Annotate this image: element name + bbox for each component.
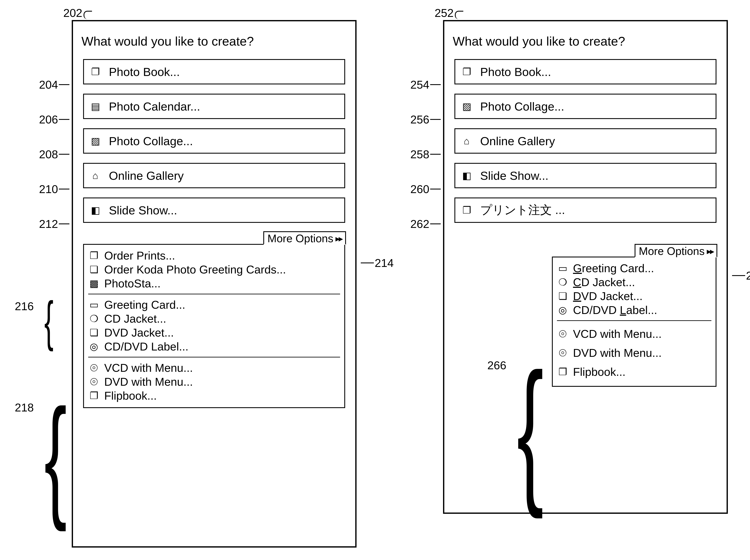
ref-210: 210 bbox=[39, 182, 69, 196]
greeting-card-label: Greeting Card... bbox=[573, 262, 654, 275]
ref-254: 254 bbox=[410, 78, 441, 91]
vcd-menu-icon: ⦾ bbox=[88, 363, 100, 373]
photo-book-button-r[interactable]: ❐ Photo Book... bbox=[454, 59, 716, 84]
ref-258: 258 bbox=[410, 148, 441, 161]
dvd-menu-label: DVD with Menu... bbox=[573, 346, 662, 359]
ref-208: 208 bbox=[39, 148, 69, 161]
cd-jacket-label: CD Jacket... bbox=[104, 312, 166, 325]
ref-266: 266 bbox=[487, 359, 506, 372]
vcd-menu-label: VCD with Menu... bbox=[104, 361, 193, 374]
flipbook-icon: ❐ bbox=[557, 367, 568, 377]
separator bbox=[88, 294, 340, 294]
order-koda-label: Order Koda Photo Greeting Cards... bbox=[104, 263, 286, 276]
greeting-card-icon: ▭ bbox=[557, 263, 568, 273]
photo-book-icon: ❐ bbox=[460, 67, 473, 77]
greeting-card-item[interactable]: ▭ Greeting Card... bbox=[88, 298, 340, 312]
more-options-label: More Options bbox=[267, 232, 333, 245]
more-options-left: More Options ▸▸ ❐ Order Prints... ❏ Orde… bbox=[83, 244, 345, 408]
dvd-menu-icon: ⦾ bbox=[557, 348, 568, 358]
online-gallery-button-r[interactable]: ⌂ Online Gallery bbox=[454, 128, 716, 154]
dvd-jacket-item-r[interactable]: ❏ DVD Jacket... bbox=[557, 289, 711, 303]
dvd-menu-item[interactable]: ⦾ DVD with Menu... bbox=[88, 375, 340, 389]
slide-show-label: Slide Show... bbox=[480, 169, 549, 182]
cddvd-label-icon: ◎ bbox=[557, 305, 568, 315]
ref-204: 204 bbox=[39, 78, 69, 91]
more-options-tab-left[interactable]: More Options ▸▸ bbox=[263, 231, 346, 245]
online-gallery-button[interactable]: ⌂ Online Gallery bbox=[83, 163, 345, 188]
flipbook-icon: ❐ bbox=[88, 391, 100, 400]
slide-show-label: Slide Show... bbox=[109, 203, 177, 217]
photo-collage-icon: ▨ bbox=[89, 136, 102, 146]
slide-show-button[interactable]: ◧ Slide Show... bbox=[83, 198, 345, 223]
ref-262: 262 bbox=[410, 217, 441, 231]
dvd-jacket-icon: ❏ bbox=[557, 291, 568, 301]
cd-jacket-icon: ❍ bbox=[88, 314, 100, 323]
cd-jacket-item-r[interactable]: ❍ CD Jacket... bbox=[557, 275, 711, 289]
panel-right: What would you like to create? ❐ Photo B… bbox=[443, 20, 728, 514]
more-options-right: More Options ▸▸ ▭ Greeting Card... ❍ CD … bbox=[552, 257, 716, 387]
cd-jacket-icon: ❍ bbox=[557, 277, 568, 287]
photosta-label: PhotoSta... bbox=[104, 277, 161, 290]
print-order-icon: ❐ bbox=[460, 205, 473, 215]
order-koda-item[interactable]: ❏ Order Koda Photo Greeting Cards... bbox=[88, 262, 340, 276]
brace-216: { bbox=[44, 302, 53, 340]
vcd-menu-item[interactable]: ⦾ VCD with Menu... bbox=[88, 361, 340, 375]
cddvd-label-item[interactable]: ◎ CD/DVD Label... bbox=[88, 340, 340, 354]
prompt-left: What would you like to create? bbox=[81, 34, 355, 48]
ref-216: 216 bbox=[15, 300, 34, 313]
dvd-jacket-item[interactable]: ❏ DVD Jacket... bbox=[88, 325, 340, 340]
separator bbox=[557, 320, 711, 321]
online-gallery-icon: ⌂ bbox=[460, 136, 473, 146]
ref-260: 260 bbox=[410, 182, 441, 196]
dvd-jacket-icon: ❏ bbox=[88, 328, 100, 337]
dvd-menu-label: DVD with Menu... bbox=[104, 375, 193, 388]
vcd-menu-item-r[interactable]: ⦾ VCD with Menu... bbox=[557, 324, 711, 343]
chevron-right-icon: ▸▸ bbox=[336, 233, 342, 244]
order-prints-icon: ❐ bbox=[88, 251, 100, 260]
flipbook-item[interactable]: ❐ Flipbook... bbox=[88, 389, 340, 403]
dvd-menu-icon: ⦾ bbox=[88, 377, 100, 386]
cddvd-label-item-r[interactable]: ◎ CD/DVD Label... bbox=[557, 303, 711, 317]
slide-show-icon: ◧ bbox=[89, 205, 102, 215]
photo-book-label: Photo Book... bbox=[109, 65, 180, 79]
cddvd-label-label: CD/DVD Label... bbox=[573, 303, 657, 317]
vcd-menu-icon: ⦾ bbox=[557, 329, 568, 339]
ref-252: 252 bbox=[434, 6, 463, 19]
photo-collage-button-r[interactable]: ▨ Photo Collage... bbox=[454, 94, 716, 119]
prompt-right: What would you like to create? bbox=[453, 34, 727, 48]
ref-264: 264 bbox=[732, 269, 750, 282]
ref-202: 202 bbox=[63, 6, 92, 19]
dvd-jacket-label: DVD Jacket... bbox=[104, 326, 174, 339]
cddvd-label-label: CD/DVD Label... bbox=[104, 340, 188, 353]
cd-jacket-item[interactable]: ❍ CD Jacket... bbox=[88, 312, 340, 325]
photo-collage-icon: ▨ bbox=[460, 101, 473, 111]
vcd-menu-label: VCD with Menu... bbox=[573, 327, 662, 340]
greeting-card-icon: ▭ bbox=[88, 300, 100, 309]
flipbook-label: Flipbook... bbox=[573, 365, 626, 378]
chevron-right-icon: ▸▸ bbox=[707, 246, 713, 256]
order-prints-item[interactable]: ❐ Order Prints... bbox=[88, 248, 340, 262]
flipbook-item-r[interactable]: ❐ Flipbook... bbox=[557, 362, 711, 381]
ref-218: 218 bbox=[15, 401, 34, 414]
photo-book-button[interactable]: ❐ Photo Book... bbox=[83, 59, 345, 84]
greeting-card-item-r[interactable]: ▭ Greeting Card... bbox=[557, 261, 711, 275]
greeting-card-label: Greeting Card... bbox=[104, 298, 185, 311]
photo-calendar-icon: ▤ bbox=[89, 101, 102, 111]
slide-show-icon: ◧ bbox=[460, 171, 473, 180]
more-options-tab-right[interactable]: More Options ▸▸ bbox=[634, 244, 717, 257]
brace-218: { bbox=[44, 409, 67, 504]
dvd-jacket-label: DVD Jacket... bbox=[573, 289, 643, 303]
slide-show-button-r[interactable]: ◧ Slide Show... bbox=[454, 163, 716, 188]
photo-book-icon: ❐ bbox=[89, 67, 102, 77]
brace-266: { bbox=[517, 374, 544, 486]
panel-left: What would you like to create? ❐ Photo B… bbox=[72, 20, 357, 547]
print-order-button-r[interactable]: ❐ プリント注文 ... bbox=[454, 198, 716, 223]
dvd-menu-item-r[interactable]: ⦾ DVD with Menu... bbox=[557, 343, 711, 362]
cddvd-label-icon: ◎ bbox=[88, 342, 100, 351]
order-koda-icon: ❏ bbox=[88, 265, 100, 274]
online-gallery-label: Online Gallery bbox=[109, 169, 184, 182]
photo-calendar-button[interactable]: ▤ Photo Calendar... bbox=[83, 94, 345, 119]
photosta-item[interactable]: ▩ PhotoSta... bbox=[88, 276, 340, 291]
print-order-label: プリント注文 ... bbox=[480, 202, 565, 218]
photo-collage-button[interactable]: ▨ Photo Collage... bbox=[83, 128, 345, 154]
